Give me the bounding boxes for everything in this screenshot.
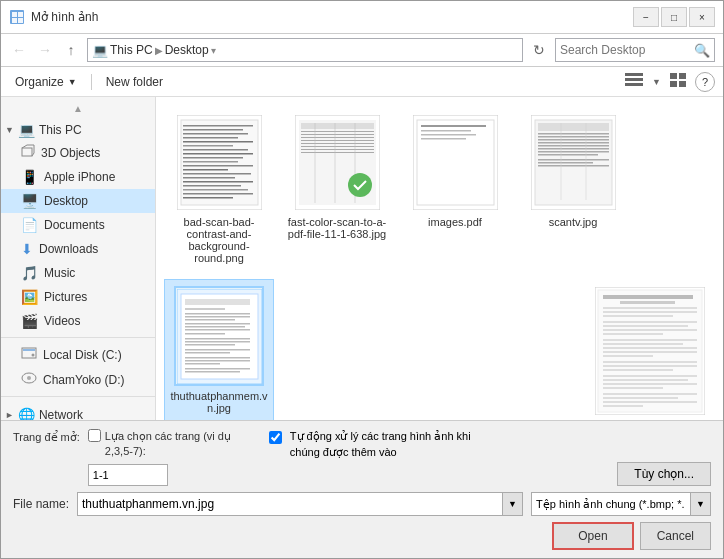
action-buttons: Open Cancel bbox=[13, 522, 711, 550]
sidebar-item-pictures[interactable]: 🖼️ Pictures bbox=[1, 285, 155, 309]
svg-rect-106 bbox=[603, 329, 697, 331]
svg-rect-62 bbox=[538, 123, 609, 131]
file-type-dropdown-button[interactable]: ▼ bbox=[691, 492, 711, 516]
minimize-button[interactable]: − bbox=[633, 7, 659, 27]
auto-checkbox[interactable] bbox=[269, 431, 282, 444]
list-item[interactable]: fast-color-scan-to-a-pdf-file-11-1-638.j… bbox=[282, 105, 392, 271]
title-bar: Mở hình ảnh − □ × bbox=[1, 1, 723, 34]
this-pc-chevron: ▼ bbox=[5, 125, 14, 135]
open-button[interactable]: Open bbox=[552, 522, 633, 550]
file-thumbnail-bad-scan bbox=[174, 112, 264, 212]
up-button[interactable]: ↑ bbox=[61, 40, 81, 60]
svg-rect-96 bbox=[185, 371, 240, 373]
sidebar-item-downloads[interactable]: ⬇ Downloads bbox=[1, 237, 155, 261]
organize-button[interactable]: Organize ▼ bbox=[9, 72, 83, 92]
refresh-button[interactable]: ↻ bbox=[529, 40, 549, 60]
trang-section: Trang để mở: Lựa chọn các trang (vi dụ 2… bbox=[13, 429, 245, 486]
window-icon bbox=[9, 9, 25, 25]
svg-rect-11 bbox=[679, 81, 686, 87]
svg-rect-8 bbox=[670, 73, 677, 79]
sidebar-item-videos[interactable]: 🎬 Videos bbox=[1, 309, 155, 333]
svg-rect-37 bbox=[183, 193, 253, 195]
organize-label: Organize bbox=[15, 75, 64, 89]
svg-rect-83 bbox=[185, 323, 250, 325]
svg-rect-81 bbox=[185, 316, 250, 318]
new-folder-button[interactable]: New folder bbox=[100, 72, 169, 92]
page-input[interactable] bbox=[88, 464, 168, 486]
documents-label: Documents bbox=[44, 218, 105, 232]
view-list-button[interactable] bbox=[620, 70, 648, 93]
svg-rect-25 bbox=[183, 145, 233, 147]
svg-rect-36 bbox=[183, 189, 248, 191]
svg-rect-38 bbox=[183, 197, 233, 199]
svg-rect-73 bbox=[538, 165, 609, 167]
list-item[interactable]: thuthuatphanmem.vn.jpg bbox=[164, 279, 274, 420]
sidebar-item-chamyoko-d[interactable]: ChamYoko (D:) bbox=[1, 367, 155, 392]
file-name-fast-color: fast-color-scan-to-a-pdf-file-11-1-638.j… bbox=[287, 216, 387, 240]
close-button[interactable]: × bbox=[689, 7, 715, 27]
main-window: Mở hình ảnh − □ × ← → ↑ 💻 This PC ▶ Desk… bbox=[0, 0, 724, 559]
auto-checkbox-label: Tự động xử lý các trang hình ảnh khi chú… bbox=[290, 429, 490, 460]
organize-dropdown-icon: ▼ bbox=[68, 77, 77, 87]
sidebar-section-network[interactable]: ► 🌐 Network bbox=[1, 401, 155, 420]
bad-scan-preview bbox=[177, 115, 262, 210]
file-area[interactable]: bad-scan-bad-contrast-and-background-rou… bbox=[156, 97, 723, 420]
thuthuatphanmem-preview bbox=[177, 289, 262, 384]
svg-rect-59 bbox=[421, 138, 466, 140]
svg-rect-5 bbox=[625, 73, 643, 76]
svg-rect-41 bbox=[301, 123, 374, 129]
svg-rect-121 bbox=[603, 397, 678, 399]
sidebar-item-desktop[interactable]: 🖥️ Desktop bbox=[1, 189, 155, 213]
sidebar-item-3d-objects[interactable]: 3D Objects bbox=[1, 140, 155, 165]
file-name-dropdown-button[interactable]: ▼ bbox=[503, 492, 523, 516]
svg-rect-69 bbox=[538, 151, 609, 153]
trang-checkbox-label: Lựa chọn các trang (vi dụ 2,3,5-7): bbox=[105, 429, 245, 458]
list-item[interactable]: images.pdf bbox=[400, 105, 510, 271]
svg-rect-28 bbox=[183, 157, 243, 159]
search-box[interactable]: 🔍 bbox=[555, 38, 715, 62]
main-content: ▲ ▼ 💻 This PC 3D Objects 📱 Apple iPhone bbox=[1, 97, 723, 420]
sidebar-divider-1 bbox=[1, 337, 155, 338]
music-label: Music bbox=[44, 266, 75, 280]
cancel-button[interactable]: Cancel bbox=[640, 522, 711, 550]
svg-rect-58 bbox=[421, 134, 476, 136]
list-item[interactable]: bad-scan-bad-contrast-and-background-rou… bbox=[164, 105, 274, 271]
title-controls: − □ × bbox=[633, 7, 715, 27]
svg-rect-14 bbox=[23, 349, 35, 351]
search-input[interactable] bbox=[560, 43, 694, 57]
svg-rect-94 bbox=[185, 363, 220, 365]
view-tiles-button[interactable] bbox=[665, 70, 691, 93]
file-name-row: File name: ▼ Tệp hình ảnh chung (*.bmp; … bbox=[13, 492, 711, 516]
address-path[interactable]: 💻 This PC ▶ Desktop ▾ bbox=[87, 38, 523, 62]
list-item[interactable] bbox=[585, 279, 715, 420]
file-thumbnail-thuthuatphanmem bbox=[174, 286, 264, 386]
sidebar-section-this-pc[interactable]: ▼ 💻 This PC bbox=[1, 116, 155, 140]
svg-rect-34 bbox=[183, 181, 253, 183]
file-name-input[interactable] bbox=[77, 492, 503, 516]
forward-button[interactable]: → bbox=[35, 40, 55, 60]
trang-checkbox[interactable] bbox=[88, 429, 101, 442]
file-name-bad-scan: bad-scan-bad-contrast-and-background-rou… bbox=[169, 216, 269, 264]
sidebar-item-local-disk-c[interactable]: Local Disk (C:) bbox=[1, 342, 155, 367]
svg-rect-20 bbox=[183, 125, 253, 127]
sidebar-item-documents[interactable]: 📄 Documents bbox=[1, 213, 155, 237]
view-icon bbox=[625, 73, 643, 87]
svg-rect-84 bbox=[185, 326, 245, 328]
sidebar-item-music[interactable]: 🎵 Music bbox=[1, 261, 155, 285]
svg-rect-23 bbox=[183, 137, 238, 139]
path-arrow-2: ▾ bbox=[211, 45, 216, 56]
svg-rect-108 bbox=[603, 339, 697, 341]
sidebar-item-apple-iphone[interactable]: 📱 Apple iPhone bbox=[1, 165, 155, 189]
tuy-chon-button[interactable]: Tùy chọn... bbox=[617, 462, 711, 486]
chamyoko-d-icon bbox=[21, 371, 37, 388]
auto-section: Tự động xử lý các trang hình ảnh khi chú… bbox=[269, 429, 490, 460]
svg-rect-24 bbox=[183, 141, 253, 143]
svg-point-15 bbox=[32, 354, 35, 357]
list-item[interactable]: scantv.jpg bbox=[518, 105, 628, 271]
help-button[interactable]: ? bbox=[695, 72, 715, 92]
maximize-button[interactable]: □ bbox=[661, 7, 687, 27]
svg-rect-33 bbox=[183, 177, 235, 179]
svg-rect-109 bbox=[603, 343, 683, 345]
file-name-scantv: scantv.jpg bbox=[549, 216, 598, 228]
back-button[interactable]: ← bbox=[9, 40, 29, 60]
